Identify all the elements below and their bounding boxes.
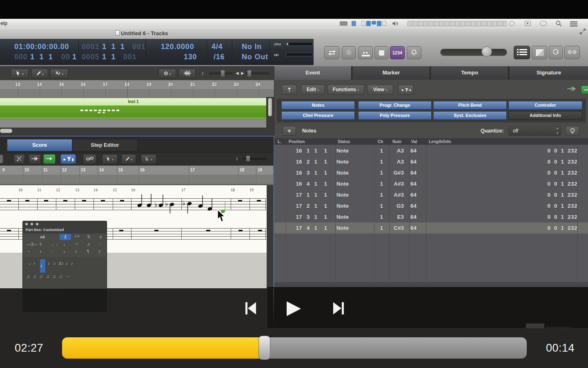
svg-text:♭: ♭	[154, 201, 158, 209]
svg-text:♭: ♭	[165, 200, 168, 208]
svg-text:♭: ♭	[182, 199, 185, 207]
